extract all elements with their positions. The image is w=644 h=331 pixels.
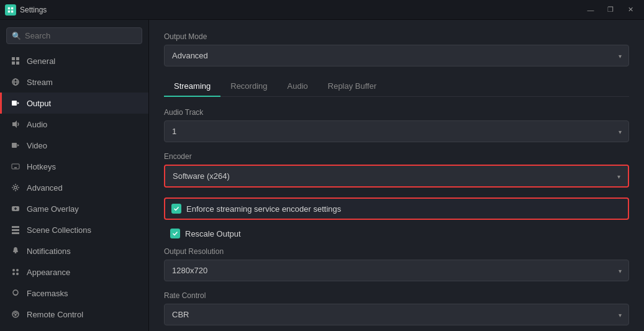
sidebar-item-appearance[interactable]: Appearance: [0, 261, 148, 283]
search-icon: 🔍: [12, 32, 21, 40]
scene-icon: [11, 225, 20, 235]
audio-track-select[interactable]: 123456: [164, 120, 629, 142]
sidebar-label-general: General: [27, 57, 55, 66]
sidebar-label-video: Video: [27, 141, 47, 150]
sidebar-label-advanced: Advanced: [27, 183, 63, 193]
sidebar-label-audio: Audio: [27, 120, 47, 129]
svg-rect-26: [12, 229, 19, 231]
video-icon: [11, 140, 20, 150]
app-title: Settings: [20, 6, 47, 14]
window-controls: — ❐ ✕: [582, 4, 639, 16]
rate-control-label: Rate Control: [164, 291, 629, 300]
svg-rect-5: [16, 57, 19, 60]
svg-rect-27: [12, 232, 19, 234]
rate-control-select[interactable]: CBR VBR ABR CRF CQP: [164, 304, 629, 325]
main-content: Output Mode Advanced Simple ▾ Streaming …: [149, 20, 644, 331]
sidebar-label-stream: Stream: [27, 78, 53, 87]
svg-rect-0: [8, 7, 10, 9]
rescale-output-row: Rescale Output: [164, 224, 629, 243]
output-tabs: Streaming Recording Audio Replay Buffer: [164, 76, 629, 97]
maximize-button[interactable]: ❐: [602, 4, 619, 16]
svg-marker-15: [17, 144, 19, 147]
globe-icon: [11, 77, 20, 87]
rescale-output-checkbox[interactable]: [170, 229, 180, 238]
encoder-wrapper: Software (x264) Hardware (NVENC) Hardwar…: [164, 165, 629, 188]
sidebar: 🔍 General Stream Output Audio: [0, 20, 149, 331]
gameoverlay-icon: [11, 204, 20, 214]
svg-point-29: [12, 269, 15, 271]
tab-streaming[interactable]: Streaming: [164, 76, 220, 97]
sidebar-label-scene-collections: Scene Collections: [27, 225, 91, 235]
audio-track-label: Audio Track: [164, 108, 629, 117]
title-bar-left: Settings: [5, 4, 47, 16]
tab-replay-buffer[interactable]: Replay Buffer: [318, 76, 387, 97]
svg-rect-6: [12, 61, 15, 65]
search-input[interactable]: [25, 31, 137, 40]
sidebar-label-output: Output: [27, 99, 51, 108]
svg-point-33: [13, 290, 18, 295]
sidebar-item-remote-control[interactable]: Remote Control: [0, 304, 148, 325]
appearance-icon: [11, 267, 20, 277]
sidebar-item-scene-collections[interactable]: Scene Collections: [0, 219, 148, 240]
output-icon: [11, 98, 20, 108]
title-bar: Settings — ❐ ✕: [0, 0, 644, 20]
sidebar-label-remote-control: Remote Control: [27, 310, 83, 319]
close-button[interactable]: ✕: [622, 4, 639, 16]
bell-icon: [11, 246, 20, 256]
rescale-output-label: Rescale Output: [185, 229, 241, 238]
facemasks-icon: [11, 288, 20, 298]
tab-recording[interactable]: Recording: [220, 76, 277, 97]
output-mode-select[interactable]: Advanced Simple: [164, 45, 629, 66]
minimize-button[interactable]: —: [582, 4, 599, 16]
rate-control-wrapper: CBR VBR ABR CRF CQP ▾: [164, 304, 629, 325]
svg-point-21: [14, 186, 17, 189]
sidebar-item-video[interactable]: Video: [0, 135, 148, 156]
encoder-select[interactable]: Software (x264) Hardware (NVENC) Hardwar…: [165, 166, 628, 186]
enforce-encoder-checkbox[interactable]: [171, 204, 181, 214]
app-icon: [5, 4, 16, 16]
sidebar-label-game-overlay: Game Overlay: [27, 204, 79, 214]
audio-track-wrapper: 123456 ▾: [164, 120, 629, 142]
sidebar-label-appearance: Appearance: [27, 268, 70, 277]
svg-rect-3: [11, 10, 13, 12]
svg-point-31: [12, 273, 15, 275]
sidebar-item-general[interactable]: General: [0, 50, 148, 71]
svg-rect-4: [12, 57, 15, 60]
sidebar-item-facemasks[interactable]: Facemasks: [0, 283, 148, 304]
output-resolution-select[interactable]: 1280x720 1920x1080 2560x1440 3840x2160: [164, 260, 629, 281]
sidebar-label-facemasks: Facemasks: [27, 289, 68, 298]
sidebar-item-installed-apps[interactable]: Installed Apps: [0, 325, 148, 331]
output-mode-label: Output Mode: [164, 32, 629, 41]
sidebar-item-audio[interactable]: Audio: [0, 114, 148, 135]
sidebar-item-notifications[interactable]: Notifications: [0, 240, 148, 261]
app-body: 🔍 General Stream Output Audio: [0, 20, 644, 331]
enforce-encoder-label: Enforce streaming service encoder settin…: [186, 204, 341, 214]
svg-rect-7: [16, 61, 19, 65]
remote-icon: [11, 309, 20, 319]
svg-point-30: [16, 269, 19, 271]
svg-marker-13: [12, 120, 17, 128]
output-resolution-label: Output Resolution: [164, 247, 629, 256]
sidebar-item-stream[interactable]: Stream: [0, 71, 148, 93]
encoder-label: Encoder: [164, 152, 629, 161]
svg-rect-2: [8, 10, 10, 12]
svg-rect-1: [11, 7, 13, 9]
svg-point-35: [15, 314, 16, 315]
sidebar-item-output[interactable]: Output: [0, 93, 148, 114]
sidebar-item-hotkeys[interactable]: Hotkeys: [0, 156, 148, 177]
sidebar-item-game-overlay[interactable]: Game Overlay: [0, 198, 148, 219]
svg-rect-14: [12, 143, 17, 148]
output-resolution-wrapper: 1280x720 1920x1080 2560x1440 3840x2160 ▾: [164, 260, 629, 281]
advanced-icon: [11, 183, 20, 193]
svg-rect-28: [15, 252, 17, 253]
sidebar-label-hotkeys: Hotkeys: [27, 162, 56, 171]
audio-icon: [11, 119, 20, 129]
tab-audio[interactable]: Audio: [278, 76, 318, 97]
grid-icon: [11, 56, 20, 66]
svg-rect-11: [12, 101, 17, 106]
sidebar-item-advanced[interactable]: Advanced: [0, 177, 148, 198]
output-mode-wrapper: Advanced Simple ▾: [164, 45, 629, 66]
search-box[interactable]: 🔍: [6, 27, 142, 44]
hotkeys-icon: [11, 161, 20, 171]
svg-point-32: [16, 273, 19, 275]
